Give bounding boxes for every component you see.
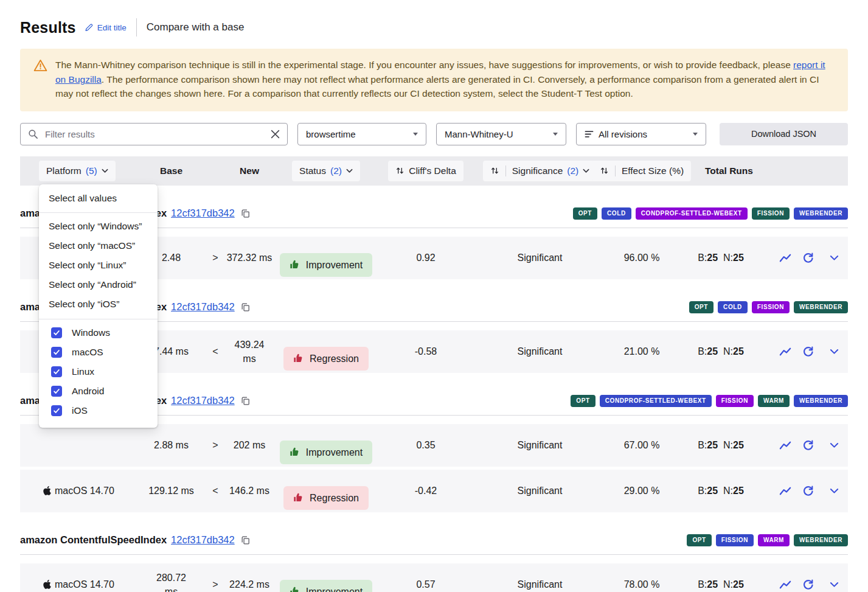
sort-arrows-icon bbox=[490, 166, 499, 175]
checkbox-checked-icon[interactable] bbox=[51, 366, 62, 377]
select-only-group: Select only “Windows”Select only “macOS”… bbox=[39, 217, 158, 314]
platform-filter-button[interactable]: Platform (5) bbox=[39, 161, 116, 181]
expand-row-chevron-icon[interactable] bbox=[830, 255, 839, 261]
graph-icon[interactable] bbox=[779, 441, 792, 450]
effect-size-sort-button[interactable]: Effect Size (%) bbox=[592, 161, 691, 181]
tag-warm: WARM bbox=[758, 534, 790, 546]
edit-title-button[interactable]: Edit title bbox=[85, 23, 127, 32]
retrigger-icon[interactable] bbox=[802, 485, 814, 496]
graph-icon[interactable] bbox=[779, 347, 792, 357]
status-label: Improvement bbox=[306, 445, 363, 459]
tag-list: OPTFISSIONWARMWEBRENDER bbox=[687, 534, 848, 546]
revision-link[interactable]: 12cf317db342 bbox=[171, 207, 235, 219]
copy-icon[interactable] bbox=[240, 302, 251, 312]
retrigger-icon[interactable] bbox=[802, 346, 814, 357]
graph-icon[interactable] bbox=[779, 486, 792, 496]
platform-option-label: macOS bbox=[72, 347, 103, 358]
effect-size-value: 78.00 % bbox=[605, 577, 678, 591]
revision-link[interactable]: 12cf317db342 bbox=[171, 534, 235, 546]
row-actions bbox=[763, 485, 848, 496]
select-only-item[interactable]: Select only “iOS” bbox=[39, 294, 158, 314]
clear-search-icon[interactable] bbox=[271, 130, 280, 139]
retrigger-icon[interactable] bbox=[802, 252, 814, 263]
significance-filter-button[interactable]: Significance (2) bbox=[483, 161, 597, 181]
effect-size-value: 21.00 % bbox=[605, 344, 678, 358]
revision-link[interactable]: 12cf317db342 bbox=[171, 301, 235, 313]
platform-option-linux[interactable]: Linux bbox=[39, 362, 158, 381]
status-badge: Improvement bbox=[280, 253, 372, 277]
expand-row-chevron-icon[interactable] bbox=[830, 582, 839, 588]
copy-icon[interactable] bbox=[240, 395, 251, 406]
header-divider bbox=[136, 18, 137, 37]
filter-search-box[interactable] bbox=[20, 123, 288, 145]
platform-option-ios[interactable]: iOS bbox=[39, 401, 158, 420]
warning-text: The Mann-Whitney comparison technique is… bbox=[55, 58, 833, 101]
checkbox-checked-icon[interactable] bbox=[51, 327, 62, 338]
select-all-values-item[interactable]: Select all values bbox=[39, 187, 158, 211]
filter-results-input[interactable] bbox=[44, 128, 265, 140]
status-cell: Regression bbox=[275, 472, 377, 510]
effect-size-value: 67.00 % bbox=[605, 438, 678, 452]
new-value: 224.2 ms bbox=[224, 577, 275, 591]
platform-option-label: Android bbox=[72, 386, 104, 397]
significance-value: Significant bbox=[474, 484, 605, 498]
tag-cold: COLD bbox=[718, 301, 748, 313]
platform-option-windows[interactable]: Windows bbox=[39, 323, 158, 343]
expand-row-chevron-icon[interactable] bbox=[830, 442, 839, 448]
platform-label: macOS 14.70 bbox=[55, 577, 114, 591]
copy-icon[interactable] bbox=[240, 535, 251, 545]
retrigger-icon[interactable] bbox=[802, 579, 814, 590]
platform-option-label: iOS bbox=[72, 405, 88, 416]
checkbox-checked-icon[interactable] bbox=[51, 405, 62, 416]
status-filter-button[interactable]: Status (2) bbox=[292, 161, 360, 181]
statistic-select[interactable]: Mann-Whitney-U bbox=[436, 123, 566, 145]
download-json-button[interactable]: Download JSON bbox=[720, 123, 848, 145]
status-cell: Improvement bbox=[275, 427, 377, 464]
chevron-down-icon bbox=[102, 169, 108, 173]
graph-icon[interactable] bbox=[779, 580, 792, 590]
revisions-select[interactable]: All revisions bbox=[576, 123, 706, 145]
framework-select[interactable]: browsertime bbox=[297, 123, 426, 145]
comparison-sign: > bbox=[207, 251, 224, 265]
select-only-item[interactable]: Select only “Android” bbox=[39, 275, 158, 294]
revision-link[interactable]: 12cf317db342 bbox=[171, 395, 235, 406]
checkbox-checked-icon[interactable] bbox=[51, 347, 62, 358]
effect-size-value: 29.00 % bbox=[605, 484, 678, 498]
select-only-item[interactable]: Select only “macOS” bbox=[39, 236, 158, 256]
platform-option-label: Windows bbox=[72, 327, 110, 338]
toolbar: browsertime Mann-Whitney-U All revisions… bbox=[20, 123, 848, 145]
tag-list: OPTCONDPROF-SETTLED-WEBEXTFISSIONWARMWEB… bbox=[571, 395, 848, 407]
tag-fission: FISSION bbox=[716, 534, 754, 546]
significance-value: Significant bbox=[474, 251, 605, 265]
checkbox-checked-icon[interactable] bbox=[51, 386, 62, 397]
experimental-warning-banner: The Mann-Whitney comparison technique is… bbox=[20, 49, 848, 111]
expand-row-chevron-icon[interactable] bbox=[830, 349, 839, 355]
tag-condprof-settled-webext: CONDPROF-SETTLED-WEBEXT bbox=[636, 207, 748, 220]
select-only-item[interactable]: Select only “Windows” bbox=[39, 217, 158, 236]
tag-fission: FISSION bbox=[752, 207, 790, 220]
comparison-sign: < bbox=[207, 344, 224, 358]
compare-mode-label: Compare with a base bbox=[147, 21, 245, 33]
row-actions bbox=[763, 439, 848, 451]
base-value: 129.12 ms bbox=[136, 484, 207, 498]
platform-options-group: WindowsmacOSLinuxAndroidiOS bbox=[39, 323, 158, 420]
graph-icon[interactable] bbox=[779, 253, 792, 263]
total-runs-column-header: Total Runs bbox=[678, 165, 753, 176]
status-label: Improvement bbox=[306, 258, 363, 272]
cliffs-delta-value: 0.92 bbox=[377, 251, 474, 265]
tag-webrender: WEBRENDER bbox=[794, 207, 848, 220]
platform-option-android[interactable]: Android bbox=[39, 381, 158, 401]
comparison-sign: > bbox=[207, 577, 224, 591]
tag-list: OPTCOLDFISSIONWEBRENDER bbox=[689, 301, 848, 313]
copy-icon[interactable] bbox=[240, 208, 251, 218]
expand-row-chevron-icon[interactable] bbox=[830, 488, 839, 494]
retrigger-icon[interactable] bbox=[802, 439, 814, 451]
status-badge: Improvement bbox=[280, 441, 372, 464]
tag-opt: OPT bbox=[571, 395, 595, 407]
cliffs-delta-sort-button[interactable]: Cliff's Delta bbox=[388, 161, 464, 181]
tag-warm: WARM bbox=[758, 395, 790, 407]
base-value: 2.88 ms bbox=[136, 438, 207, 452]
result-rows: 2.88 ms > 202 ms Improvement 0.35 Signif… bbox=[20, 424, 848, 512]
select-only-item[interactable]: Select only “Linux” bbox=[39, 256, 158, 275]
platform-option-macos[interactable]: macOS bbox=[39, 343, 158, 362]
